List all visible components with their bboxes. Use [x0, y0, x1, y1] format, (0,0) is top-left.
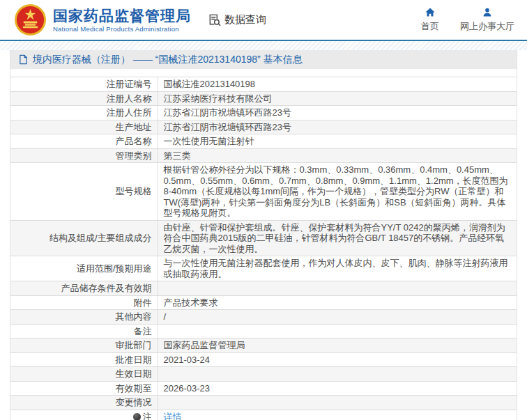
- breadcrumb-text: 境内医疗器械（注册） —— “国械注准20213140198” 基本信息: [33, 54, 303, 66]
- row-label: 管理类别: [10, 148, 158, 163]
- row-value: 国械注准20213140198: [158, 77, 517, 92]
- row-value: 2026-03-23: [158, 381, 517, 396]
- table-row: 注册人名称 江苏采纳医疗科技有限公司: [10, 91, 517, 106]
- row-label: 适用范围/预期用途: [10, 256, 158, 281]
- row-value: 江苏采纳医疗科技有限公司: [158, 91, 517, 106]
- nav-item-service-hall[interactable]: 网上办事大厅: [460, 7, 514, 33]
- registration-info-table: 注册证编号 国械注准20213140198 注册人名称 江苏采纳医疗科技有限公司…: [10, 77, 517, 420]
- row-label: 附件: [10, 295, 158, 310]
- nav-item-home[interactable]: 首页: [421, 7, 439, 33]
- row-label: 结构及组成/主要组成成分: [10, 220, 158, 256]
- row-value: 详情: [158, 410, 517, 420]
- table-row: 注册证编号 国械注准20213140198: [10, 77, 517, 92]
- row-value: [158, 367, 517, 382]
- table-row: 型号规格 根据针管公称外径分为以下规格：0.3mm、0.33mm、0.36mm、…: [10, 163, 517, 221]
- row-value: 根据针管公称外径分为以下规格：0.3mm、0.33mm、0.36mm、0.4mm…: [158, 163, 517, 221]
- table-row: 生产地址 江苏省江阴市祝塘镇环西路23号: [10, 120, 517, 134]
- row-value: [158, 281, 517, 296]
- page-header: 国家药品监督管理局 National Medical Products Admi…: [0, 0, 527, 40]
- hatch-band: [0, 41, 527, 50]
- table-row: 附件 产品技术要求: [10, 295, 517, 310]
- row-value: 产品技术要求: [158, 295, 517, 310]
- home-icon: [425, 7, 436, 18]
- data-query-menu[interactable]: 数据查询: [208, 13, 266, 26]
- nav-service-hall-label: 网上办事大厅: [460, 20, 514, 33]
- table-row: 备注: [10, 324, 517, 339]
- national-emblem-icon: [14, 3, 47, 36]
- row-label: 生效日期: [10, 367, 158, 382]
- table-row: 批准日期 2021-03-24: [10, 352, 517, 367]
- row-value: 一次性使用无菌注射针: [158, 134, 517, 149]
- content-container: 境内医疗器械（注册） —— “国械注准20213140198” 基本信息 注册证…: [10, 50, 517, 420]
- brand-text: 国家药品监督管理局 National Medical Products Admi…: [53, 8, 191, 33]
- table-row: 注 详情: [10, 410, 517, 420]
- row-value: 国家药品监督管理局: [158, 339, 517, 353]
- row-value: 江苏省江阴市祝塘镇环西路23号: [158, 106, 517, 120]
- details-link[interactable]: 详情: [164, 412, 182, 420]
- data-query-label: 数据查询: [224, 13, 266, 26]
- table-row: 生效日期: [10, 367, 517, 382]
- row-label: 产品名称: [10, 134, 158, 149]
- table-row: 适用范围/预期用途 与一次性使用无菌注射器配套使用，作为对人体皮内、皮下、肌肉、…: [10, 256, 517, 281]
- row-label: 产品储存条件及有效期: [10, 281, 158, 296]
- user-icon: [482, 7, 493, 18]
- site-subtitle: National Medical Products Administration: [53, 25, 191, 33]
- row-label: 批准日期: [10, 352, 158, 367]
- site-title: 国家药品监督管理局: [53, 8, 191, 24]
- row-label: 备注: [10, 324, 158, 339]
- row-label: 有效期至: [10, 381, 158, 396]
- row-label: 注册人名称: [10, 91, 158, 106]
- table-row: 有效期至 2026-03-23: [10, 381, 517, 396]
- row-value: 第三类: [158, 148, 517, 163]
- row-label: 注册人住所: [10, 106, 158, 120]
- row-value: [158, 324, 517, 339]
- table-row: 注册人住所 江苏省江阴市祝塘镇环西路23号: [10, 106, 517, 120]
- table-row: 其他内容 /: [10, 310, 517, 325]
- row-label: 注: [10, 410, 158, 420]
- table-row: 结构及组成/主要组成成分 由针座、针管和保护套组成。针座、保护套材料为符合YY/…: [10, 220, 517, 256]
- row-label: 型号规格: [10, 163, 158, 221]
- row-label: 生产地址: [10, 120, 158, 134]
- table-row: 变更情况: [10, 396, 517, 410]
- row-value: /: [158, 310, 517, 325]
- breadcrumb: 境内医疗器械（注册） —— “国械注准20213140198” 基本信息: [10, 50, 517, 69]
- row-value: 江苏省江阴市祝塘镇环西路23号: [158, 120, 517, 134]
- row-label: 变更情况: [10, 396, 158, 410]
- row-label: 其他内容: [10, 310, 158, 325]
- nav-home-label: 首页: [421, 20, 439, 33]
- table-row: 产品名称 一次性使用无菌注射针: [10, 134, 517, 149]
- row-value: 与一次性使用无菌注射器配套使用，作为对人体皮内、皮下、肌肉、静脉等注射药液用或抽…: [158, 256, 517, 281]
- row-label: 审批部门: [10, 339, 158, 353]
- table-row: 产品储存条件及有效期: [10, 281, 517, 296]
- note-icon: [133, 413, 141, 420]
- spacer: [10, 69, 517, 77]
- row-value: 2021-03-24: [158, 352, 517, 367]
- row-value: [158, 396, 517, 410]
- top-nav: 首页 网上办事大厅: [421, 7, 514, 33]
- table-row: 管理类别 第三类: [10, 148, 517, 163]
- row-value: 由针座、针管和保护套组成。针座、保护套材料为符合YY/T 0242的聚丙烯，润滑…: [158, 220, 517, 256]
- nmpa-logo[interactable]: 国家药品监督管理局 National Medical Products Admi…: [14, 3, 191, 36]
- document-icon: [19, 54, 28, 65]
- document-search-icon: [208, 13, 221, 26]
- row-label: 注册证编号: [10, 77, 158, 92]
- table-row: 审批部门 国家药品监督管理局: [10, 339, 517, 353]
